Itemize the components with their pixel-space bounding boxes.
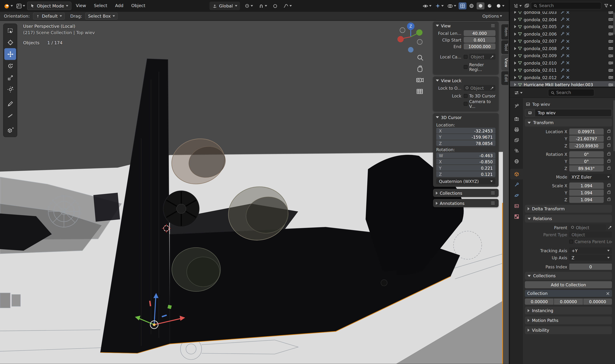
tools-icon[interactable] <box>566 39 570 43</box>
expand-icon[interactable] <box>514 25 516 28</box>
tool-add-cube[interactable] <box>4 124 16 136</box>
menu-object[interactable]: Object <box>128 0 149 12</box>
wrench-icon[interactable] <box>560 75 565 80</box>
menu-view[interactable]: View <box>72 0 90 12</box>
axis-number-field[interactable]: Y 0.221 <box>436 165 495 171</box>
restrict-render-icon[interactable] <box>608 68 613 72</box>
options-dropdown[interactable]: Options <box>481 13 503 19</box>
tab-render[interactable] <box>510 114 523 124</box>
tool-cursor[interactable] <box>4 37 16 48</box>
outliner-item[interactable]: gondola_02.012 <box>510 74 615 81</box>
outliner-item[interactable]: gondola_02.010 <box>510 59 615 66</box>
toggle-xray-button[interactable] <box>459 2 466 9</box>
number-field[interactable]: 0° <box>569 151 604 157</box>
3d-cursor-header[interactable]: 3D Cursor <box>433 113 499 121</box>
drag-dropdown[interactable]: Select Box <box>85 13 118 20</box>
expand-icon[interactable] <box>514 76 516 79</box>
tab-scene[interactable] <box>510 145 523 156</box>
restrict-render-icon[interactable] <box>608 46 613 51</box>
tools-icon[interactable] <box>566 46 570 51</box>
sidebar-tab[interactable]: Edit <box>502 71 508 85</box>
shading-wireframe-button[interactable] <box>468 2 475 9</box>
collection-name-field[interactable]: Collection <box>525 290 612 297</box>
snap-button[interactable] <box>257 2 268 9</box>
collections-panel-header[interactable]: Collections <box>433 189 499 197</box>
number-field[interactable]: -21.60797 <box>569 135 604 142</box>
number-field[interactable]: -210.89830 <box>569 143 604 149</box>
tool-move[interactable] <box>4 48 16 60</box>
camera-view-dot[interactable] <box>408 47 413 52</box>
eyedropper-icon[interactable] <box>490 55 494 59</box>
restrict-render-icon[interactable] <box>608 25 613 29</box>
lock-icon[interactable] <box>607 167 610 169</box>
lock-icon[interactable] <box>607 191 610 194</box>
pivot-point-button[interactable] <box>243 2 254 9</box>
rotation-mode-dropdown[interactable]: Quaternion (WXYZ) <box>436 178 495 184</box>
restrict-render-icon[interactable] <box>608 32 613 36</box>
parent-object-field[interactable]: Object <box>569 224 606 231</box>
proportional-falloff-button[interactable] <box>282 2 293 9</box>
tool-annotate[interactable] <box>4 98 16 110</box>
expand-icon[interactable] <box>514 32 516 36</box>
up-axis-dropdown[interactable]: Z <box>569 254 612 261</box>
tab-object-data[interactable] <box>510 200 523 211</box>
orientation-dropdown[interactable]: Default <box>33 13 65 20</box>
axis-number-field[interactable]: X -32.2453 <box>436 128 495 133</box>
wrench-icon[interactable] <box>560 25 565 29</box>
outliner-filter-button[interactable] <box>602 2 613 9</box>
tool-select-box[interactable] <box>4 25 16 37</box>
lock-icon[interactable] <box>607 137 610 140</box>
expand-icon[interactable] <box>514 54 516 57</box>
tool-scale[interactable] <box>4 72 16 83</box>
wrench-icon[interactable] <box>560 46 565 51</box>
menu-add[interactable]: Add <box>112 0 127 12</box>
tracking-axis-dropdown[interactable]: +Y <box>569 247 612 254</box>
tab-physics[interactable] <box>510 190 523 200</box>
outliner-item[interactable]: gondola_02.008 <box>510 45 615 52</box>
number-field[interactable]: 0° <box>569 158 604 164</box>
outliner-item[interactable]: gondola_02.006 <box>510 30 615 38</box>
display-mode-icon[interactable] <box>524 3 530 8</box>
wrench-icon[interactable] <box>560 61 565 65</box>
transform-section-header[interactable]: Transform <box>525 119 612 127</box>
collection-offset-field[interactable]: 0.00000 <box>525 299 554 305</box>
shading-solid-button[interactable] <box>477 2 485 9</box>
collection-offset-field[interactable]: 0.00000 <box>583 299 612 305</box>
local-camera-object-field[interactable]: Object <box>469 54 496 60</box>
tool-rotate[interactable] <box>4 60 16 72</box>
properties-editor-type-button[interactable] <box>513 89 524 96</box>
tool-measure[interactable] <box>4 110 16 121</box>
tools-icon[interactable] <box>566 25 570 29</box>
delta-transform-header[interactable]: Delta Transform <box>525 205 612 213</box>
restrict-render-icon[interactable] <box>608 75 613 80</box>
object-id-dropdown[interactable] <box>525 109 535 117</box>
tab-output[interactable] <box>510 124 523 135</box>
visibility-section-header[interactable]: Visibility <box>525 326 612 334</box>
lock-icon[interactable] <box>607 130 610 133</box>
view-panel-header[interactable]: View <box>433 22 499 30</box>
number-field[interactable]: 1.094 <box>569 182 604 189</box>
show-gizmo-button[interactable] <box>434 2 445 9</box>
tab-modifiers[interactable] <box>510 180 523 190</box>
axis-number-field[interactable]: Z 0.121 <box>436 171 495 177</box>
view-lock-header[interactable]: View Lock <box>433 76 499 85</box>
outliner-item[interactable]: gondola_02.005 <box>510 23 615 30</box>
eyedropper-icon[interactable] <box>490 86 494 90</box>
restrict-render-icon[interactable] <box>608 39 613 43</box>
outliner-search-input[interactable]: Search <box>531 2 601 9</box>
mode-dropdown[interactable]: Object Mode <box>27 2 72 10</box>
breadcrumb[interactable]: Top wiev <box>525 100 612 108</box>
lock-icon[interactable] <box>607 153 610 155</box>
camera-parent-lock-checkbox[interactable] <box>569 240 573 244</box>
outliner-item[interactable]: gondola_02.009 <box>510 52 615 59</box>
object-name-field[interactable]: Top wiev <box>535 109 612 117</box>
proportional-editing-button[interactable] <box>271 2 279 9</box>
wrench-icon[interactable] <box>560 68 565 72</box>
wrench-icon[interactable] <box>560 39 565 43</box>
outliner-item[interactable]: gondola_02.011 <box>510 66 615 74</box>
wrench-icon[interactable] <box>560 53 565 58</box>
lock-3d-cursor-checkbox[interactable] <box>464 94 468 98</box>
parent-type-dropdown[interactable]: Object <box>569 231 612 238</box>
outliner-item[interactable]: Hurricane MkII battery holder.003 <box>510 81 615 87</box>
lock-icon[interactable] <box>607 184 610 187</box>
